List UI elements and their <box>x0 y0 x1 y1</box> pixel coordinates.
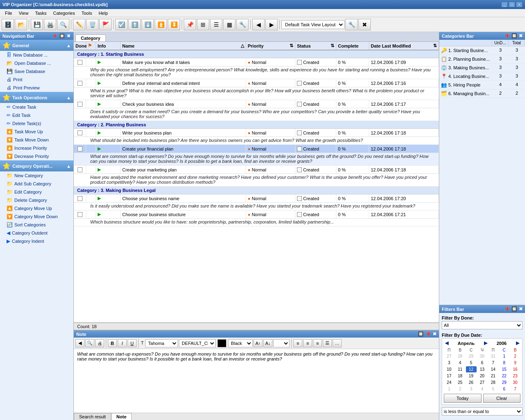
filter-done-select[interactable]: All Done Not Done <box>442 321 523 329</box>
note-fontsize-down-btn[interactable]: A↓ <box>263 339 272 347</box>
note-more-btn[interactable]: … <box>333 339 342 347</box>
toolbar-edit-btn[interactable]: ✏️ <box>73 19 85 30</box>
filters-float-icon[interactable]: 🔲 <box>511 306 517 312</box>
cal-day[interactable]: 6 <box>499 386 509 392</box>
cal-day[interactable]: 17 <box>444 373 454 379</box>
cal-next-month-icon[interactable]: ▶ <box>483 340 488 346</box>
nav-edit-category[interactable]: 📁 Edit Category <box>0 188 73 196</box>
toolbar-top-btn[interactable]: ⏫ <box>155 19 167 30</box>
task-ops-section-collapse-icon[interactable]: ▲ <box>66 95 71 100</box>
nav-bar-close-icon[interactable]: ✖ <box>66 33 71 39</box>
note-size-selector[interactable] <box>273 339 290 347</box>
cell-done[interactable] <box>74 210 86 218</box>
cell-done[interactable] <box>74 79 86 87</box>
clear-button[interactable]: Clear <box>483 394 521 403</box>
cal-day[interactable]: 5 <box>488 386 498 392</box>
note-bold-btn[interactable]: B <box>108 339 117 347</box>
task-checkbox[interactable] <box>78 196 82 201</box>
cell-done[interactable] <box>74 166 86 173</box>
toolbar-flag-btn[interactable]: 🚩 <box>99 19 112 30</box>
menu-tasks[interactable]: Tasks <box>32 10 50 16</box>
toolbar-open-btn[interactable]: 📂 <box>15 19 27 30</box>
table-row[interactable]: ▶ Create your financial plan ● Normal Cr… <box>74 145 439 153</box>
task-checkbox[interactable] <box>78 81 82 86</box>
toolbar-save-btn[interactable]: 💾 <box>31 19 43 30</box>
note-header-icons[interactable]: 🔲 📌 ✖ <box>418 331 436 337</box>
toolbar-bottom-btn[interactable]: ⏬ <box>168 19 180 30</box>
note-list-btn[interactable]: ☰ <box>323 339 332 347</box>
nav-bar-icons[interactable]: 📌 🔲 ✖ <box>51 33 71 39</box>
menu-categories[interactable]: Categories <box>50 10 78 16</box>
cell-done[interactable] <box>74 194 86 202</box>
table-row[interactable]: ▶ Make sure you know what it takes ● Nor… <box>74 58 439 66</box>
list-item[interactable]: 🔑 1. Starting Busine... 3 3 <box>439 46 525 55</box>
category-tab[interactable]: Category <box>75 34 106 41</box>
minimize-btn[interactable]: _ <box>501 2 508 7</box>
cal-day[interactable]: 31 <box>488 353 498 359</box>
filter-condition-select[interactable]: is less than or equal to <box>442 407 523 415</box>
nav-save-database[interactable]: 💾 Save Database <box>0 67 73 75</box>
toolbar-delete-btn[interactable]: 🗑️ <box>86 19 98 30</box>
nav-section-general[interactable]: ⭐ General ▲ <box>0 40 73 51</box>
note-align-center-btn[interactable]: ≡ <box>303 339 312 347</box>
cal-day[interactable]: 26 <box>466 379 477 386</box>
nav-new-category[interactable]: 📁 New Category <box>0 171 73 180</box>
cal-day[interactable]: 28 <box>488 379 498 386</box>
cal-day[interactable]: 24 <box>444 379 454 386</box>
nav-category-move-up[interactable]: 🔼 Category Move Up <box>0 204 73 212</box>
nav-section-categories[interactable]: ⭐ Category Operati... ▲ <box>0 160 73 171</box>
toolbar-new-btn[interactable]: 🗄️ <box>2 19 14 30</box>
toolbar-preview-btn[interactable]: 🔍 <box>57 19 69 30</box>
cal-day[interactable]: 27 <box>444 353 454 359</box>
nav-print-preview[interactable]: 🖨 Print Preview <box>0 84 73 92</box>
note-charset-selector[interactable]: DEFAULT_CHAR <box>179 339 216 347</box>
today-button[interactable]: Today <box>444 394 482 403</box>
cat-bar-float-icon[interactable]: 🔲 <box>511 33 517 39</box>
note-align-left-btn[interactable]: ≡ <box>293 339 302 347</box>
note-back-btn[interactable]: ◀ <box>75 339 84 347</box>
toolbar-filter-btn[interactable]: 🔧 <box>236 19 249 30</box>
cell-done[interactable] <box>74 100 86 108</box>
menu-tools[interactable]: Tools <box>78 10 96 16</box>
nav-section-tasks[interactable]: ⭐ Task Operations ▲ <box>0 92 73 103</box>
cal-day[interactable]: 21 <box>488 373 498 379</box>
header-priority[interactable]: Priority ⇅ <box>246 42 295 50</box>
note-fontsize-up-btn[interactable]: A↑ <box>253 339 262 347</box>
cell-done[interactable] <box>74 129 86 137</box>
tab-note[interactable]: Note <box>111 413 132 420</box>
list-item[interactable]: 🗂️ 6. Managing Busin... 2 2 <box>439 89 525 98</box>
note-content[interactable]: What are common start-up expenses? Do yo… <box>74 349 439 413</box>
nav-open-database[interactable]: 📂 Open Database ... <box>0 59 73 67</box>
layout-selector[interactable]: Default Task View Layout <box>281 20 345 29</box>
filters-close-icon[interactable]: ✖ <box>519 306 523 312</box>
nav-decrease-priority[interactable]: 🔽 Decrease Priority <box>0 152 73 160</box>
cal-day[interactable]: 30 <box>477 353 488 359</box>
cal-day[interactable]: 13 <box>477 366 488 372</box>
task-checkbox[interactable] <box>78 102 82 107</box>
note-close-icon[interactable]: ✖ <box>433 331 436 337</box>
cal-day[interactable]: 10 <box>444 366 454 372</box>
cal-day[interactable]: 1 <box>444 386 454 392</box>
cal-day[interactable]: 19 <box>466 373 477 379</box>
list-item[interactable]: 📍 4. Locating Busine... 3 3 <box>439 72 525 81</box>
nav-task-move-up[interactable]: 🔼 Task Move Up <box>0 128 73 136</box>
toolbar-forward-btn[interactable]: ▶ <box>265 19 278 30</box>
cal-day[interactable]: 6 <box>477 360 488 366</box>
cal-day[interactable]: 5 <box>466 360 477 366</box>
note-float-icon[interactable]: 🔲 <box>418 331 424 337</box>
toolbar-up-btn[interactable]: ⬆️ <box>128 19 141 30</box>
toolbar-back-btn[interactable]: ◀ <box>252 19 265 30</box>
toolbar-layout-btn[interactable]: 🔧 <box>345 19 358 30</box>
general-section-collapse-icon[interactable]: ▲ <box>66 43 71 48</box>
close-btn[interactable]: × <box>516 2 523 7</box>
nav-increase-priority[interactable]: 🔼 Increase Priority <box>0 144 73 152</box>
cal-day[interactable]: 28 <box>455 353 466 359</box>
cal-day[interactable]: 22 <box>499 373 509 379</box>
cal-day[interactable]: 20 <box>477 373 488 379</box>
toolbar-close-btn[interactable]: ✖ <box>358 19 371 30</box>
cal-day[interactable]: 4 <box>477 386 488 392</box>
cal-day[interactable]: 29 <box>499 379 509 386</box>
cal-next-year-icon[interactable]: ▶ <box>515 340 520 346</box>
header-name[interactable]: Name △ <box>121 42 246 50</box>
list-item[interactable]: 👥 5. Hiring People 4 4 <box>439 81 525 89</box>
